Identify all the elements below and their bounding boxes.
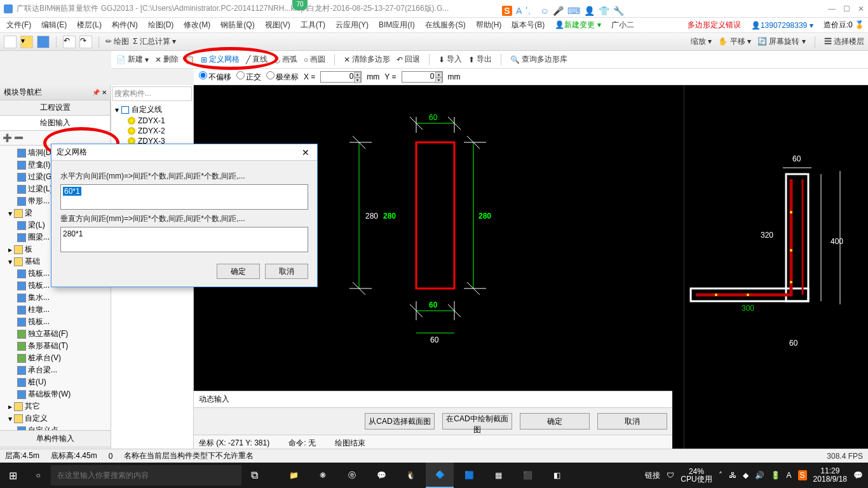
poly-circle-button[interactable]: ○画圆: [304, 54, 325, 65]
ime-punct-icon[interactable]: '、: [526, 5, 536, 17]
tree-collapse-icon[interactable]: ➖: [14, 133, 23, 142]
start-button[interactable]: ⊞: [0, 463, 25, 488]
taskbar-app1[interactable]: ❋: [309, 463, 337, 488]
section-ok-button[interactable]: 确定: [520, 413, 590, 430]
ime-shirt-icon[interactable]: 👕: [599, 6, 609, 16]
tray-vol-icon[interactable]: 🔊: [755, 471, 764, 480]
poly-export-button[interactable]: ⬆导出: [468, 54, 492, 65]
tree-expand-icon[interactable]: ➕: [3, 133, 11, 142]
search-input[interactable]: 搜索构件...: [112, 86, 192, 101]
taskbar-app4[interactable]: ⬛: [513, 463, 541, 488]
taskbar-search[interactable]: [51, 465, 241, 485]
poly-arc-button[interactable]: ◡画弧: [274, 54, 297, 65]
minimize-button[interactable]: —: [828, 4, 836, 13]
tree-item[interactable]: ▸其它: [1, 400, 109, 412]
menu-version[interactable]: 版本号(B): [509, 20, 547, 30]
new-change-button[interactable]: 👤新建变更 ▾: [552, 20, 603, 30]
polar-radio[interactable]: 极坐标: [266, 71, 299, 83]
tray-shield-icon[interactable]: 🛡: [667, 471, 674, 480]
list-item[interactable]: ZDYX-1: [112, 116, 192, 126]
tab-draw-input[interactable]: 绘图输入: [0, 116, 111, 130]
dialog-cancel-button[interactable]: 取消: [265, 264, 308, 279]
sum-button[interactable]: Σ 汇总计算 ▾: [133, 36, 176, 47]
tree-item[interactable]: 桩(U): [1, 376, 109, 388]
poly-copy-icon[interactable]: 📋: [185, 55, 194, 64]
offset-none-radio[interactable]: 不偏移: [199, 71, 231, 83]
select-floor-button[interactable]: ☰ 选择楼层: [824, 36, 864, 48]
tree-item[interactable]: 桩承台(V): [1, 352, 109, 364]
tree-item[interactable]: 柱墩...: [1, 304, 109, 316]
in-cad-draw-button[interactable]: 在CAD中绘制截面图: [442, 413, 512, 430]
menu-view[interactable]: 视图(V): [262, 20, 293, 30]
task-view-icon[interactable]: ⧉: [241, 463, 267, 488]
tree-item[interactable]: 基础板带(W): [1, 388, 109, 400]
menu-draw[interactable]: 绘图(D): [146, 20, 177, 30]
redo-icon[interactable]: ↷: [79, 36, 92, 48]
cpu-meter[interactable]: 24%CPU使用: [681, 468, 712, 483]
taskbar-app3[interactable]: ▦: [484, 463, 512, 488]
open-file-icon[interactable]: ▾: [20, 36, 33, 48]
poly-undo-button[interactable]: ↶回退: [397, 54, 420, 65]
menu-cloud[interactable]: 云应用(Y): [333, 20, 371, 30]
tray-batt-icon[interactable]: 🔋: [771, 471, 780, 480]
right-canvas[interactable]: 60 320 400 300 60: [684, 85, 868, 464]
zoom-button[interactable]: 缩放 ▾: [691, 36, 712, 48]
draw-button[interactable]: ✏ 绘图: [105, 36, 129, 47]
ime-smile-icon[interactable]: ☺: [540, 6, 549, 16]
sogou-icon[interactable]: S: [502, 6, 512, 16]
tray-link[interactable]: 链接: [645, 470, 660, 481]
taskbar-explorer[interactable]: 📁: [280, 463, 308, 488]
taskbar-edge[interactable]: ⓔ: [338, 463, 366, 488]
y-input[interactable]: 0▴▾: [402, 71, 443, 83]
taskbar-qq[interactable]: 🐧: [397, 463, 424, 488]
tree-item[interactable]: 承台梁...: [1, 364, 109, 376]
menu-rebar[interactable]: 钢筋量(Q): [218, 20, 257, 30]
taskbar-ggj[interactable]: 🔷: [426, 463, 454, 488]
pan-button[interactable]: ✋ 平移 ▾: [718, 36, 751, 48]
ime-A-icon[interactable]: A: [516, 6, 522, 16]
new-file-icon[interactable]: [4, 36, 17, 48]
save-icon[interactable]: [37, 36, 50, 48]
tab-project-settings[interactable]: 工程设置: [0, 100, 111, 115]
pin-icon[interactable]: 📌 ✕: [92, 89, 107, 96]
tree-item[interactable]: 筏板...: [1, 316, 109, 328]
v-spacing-input[interactable]: 280*1: [60, 227, 308, 252]
poly-query-button[interactable]: 🔍查询多边形库: [510, 54, 567, 65]
tray-notif-icon[interactable]: 💬: [853, 471, 863, 480]
list-root[interactable]: ▾ 自定义线: [112, 104, 192, 116]
taskbar-wechat[interactable]: 💬: [367, 463, 395, 488]
user-phone[interactable]: 👤13907298339 ▾: [751, 21, 813, 30]
poly-delete-button[interactable]: ✕删除: [155, 54, 179, 65]
list-item[interactable]: ZDYX-2: [112, 126, 192, 136]
ime-mic-icon[interactable]: 🎤: [553, 6, 564, 16]
poly-clear-button[interactable]: ✕清除多边形: [344, 54, 390, 65]
poly-new-button[interactable]: 📄新建▾: [116, 54, 149, 65]
rotate-button[interactable]: 🔄 屏幕旋转 ▾: [757, 36, 806, 48]
tree-item[interactable]: 集水...: [1, 292, 109, 304]
tree-item[interactable]: 自定义点: [1, 424, 109, 430]
tray-ime-A[interactable]: A: [787, 471, 792, 480]
tray-app-icon[interactable]: ◆: [743, 471, 749, 480]
dialog-close-button[interactable]: ✕: [299, 147, 312, 158]
ortho-radio[interactable]: 正交: [236, 71, 261, 83]
close-button[interactable]: ✕: [858, 4, 864, 13]
poly-import-button[interactable]: ⬇导入: [438, 54, 462, 65]
poly-line-button[interactable]: ╱直线: [246, 54, 268, 65]
menu-bim[interactable]: BIM应用(I): [376, 20, 417, 30]
tab-single-input[interactable]: 单构件输入: [0, 431, 111, 447]
tree-item[interactable]: 独立基础(F): [1, 328, 109, 340]
dialog-ok-button[interactable]: 确定: [217, 264, 260, 279]
tray-sogou-icon[interactable]: S: [798, 470, 807, 480]
undo-icon[interactable]: ↶: [63, 36, 76, 48]
tree-item[interactable]: ▾自定义: [1, 412, 109, 424]
tray-up-icon[interactable]: ˄: [719, 471, 722, 480]
menu-tools[interactable]: 工具(T): [298, 20, 328, 30]
define-grid-button[interactable]: ⊞定义网格: [201, 54, 240, 65]
h-spacing-input[interactable]: 60*1: [60, 184, 308, 210]
section-cancel-button[interactable]: 取消: [597, 413, 667, 430]
dynamic-input-tab[interactable]: 动态输入: [194, 391, 672, 408]
maximize-button[interactable]: ☐: [843, 4, 850, 13]
cortana-icon[interactable]: ○: [25, 471, 51, 480]
menu-help[interactable]: 帮助(H): [473, 20, 505, 30]
ime-tool-icon[interactable]: 🔧: [613, 6, 624, 16]
